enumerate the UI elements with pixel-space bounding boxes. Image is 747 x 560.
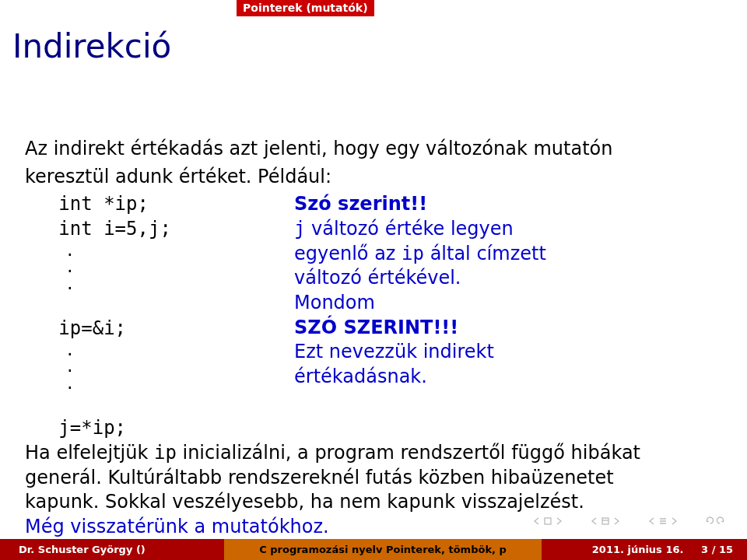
code-line-4: j=*ip; xyxy=(25,417,126,439)
code-line-3: ip=&i; xyxy=(25,317,126,339)
section-outline: Pointerek (mutatók) xyxy=(237,0,374,16)
nav-doclist-icon[interactable] xyxy=(658,516,668,526)
comment-line-2: egyenlő az ip által címzett xyxy=(294,242,722,267)
nav-frame-icon[interactable] xyxy=(543,516,552,526)
slide-body: Az indirekt értékadás azt jelenti, hogy … xyxy=(25,137,722,540)
vertical-dots-1: ... xyxy=(25,242,282,292)
comment-line-5: SZÓ SZERINT!!! xyxy=(294,316,722,341)
comment-line-7: értékadásnak. xyxy=(294,365,722,390)
code-line-1: int *ip; xyxy=(25,193,149,215)
nav-docnext-icon[interactable] xyxy=(669,516,679,526)
footer-doctitle: C programozási nyelv Pointerek, tömbök, … xyxy=(224,539,542,560)
nav-secnext-icon[interactable] xyxy=(612,516,621,526)
two-column: int *ip; int i=5,j; ... ip=&i; ... j=*ip… xyxy=(25,192,722,441)
nav-secframe-icon[interactable] xyxy=(601,516,610,526)
svg-rect-0 xyxy=(545,518,551,524)
code-line-2: int i=5,j; xyxy=(25,218,171,240)
after-line-1: Ha elfelejtjük ip inicializálni, a progr… xyxy=(25,441,722,466)
nav-group-doc xyxy=(647,516,679,526)
nav-undo-icon[interactable] xyxy=(705,516,714,526)
comment-line-1: j változó értéke legyen xyxy=(294,217,722,242)
footer-author: Dr. Schuster György () xyxy=(0,539,224,560)
nav-docprev-icon[interactable] xyxy=(647,516,657,526)
beamer-nav xyxy=(532,516,725,526)
nav-group-slide xyxy=(532,516,563,526)
nav-group-back xyxy=(705,516,725,526)
code-block: int *ip; int i=5,j; ... ip=&i; ... j=*ip… xyxy=(25,192,282,441)
nav-group-section xyxy=(590,516,621,526)
nav-first-icon[interactable] xyxy=(532,516,542,526)
nav-secprev-icon[interactable] xyxy=(590,516,599,526)
svg-rect-1 xyxy=(602,518,608,524)
after-line-2: generál. Kultúráltabb rendszereknél futá… xyxy=(25,466,722,491)
intro-line-2: keresztül adunk értéket. Például: xyxy=(25,165,722,190)
comment-block: Szó szerint!! j változó értéke legyen eg… xyxy=(294,192,722,389)
comment-heading: Szó szerint!! xyxy=(294,192,722,217)
intro-line-1: Az indirekt értékadás azt jelenti, hogy … xyxy=(25,137,722,162)
slide-title: Indirekció xyxy=(12,27,171,65)
nav-redo-icon[interactable] xyxy=(716,516,725,526)
slide: Pointerek (mutatók) Indirekció Az indire… xyxy=(0,0,747,560)
comment-line-6: Ezt nevezzük indirekt xyxy=(294,340,722,365)
after-line-3: kapunk. Sokkal veszélyesebb, ha nem kapu… xyxy=(25,490,722,515)
vertical-dots-2: ... xyxy=(25,341,282,392)
footer-date-page: 2011. június 16. 3 / 15 xyxy=(542,539,747,560)
comment-line-4: Mondom xyxy=(294,291,722,316)
comment-line-3: változó értékével. xyxy=(294,266,722,291)
footline: Dr. Schuster György () C programozási ny… xyxy=(0,539,747,560)
nav-prev-icon[interactable] xyxy=(554,516,563,526)
